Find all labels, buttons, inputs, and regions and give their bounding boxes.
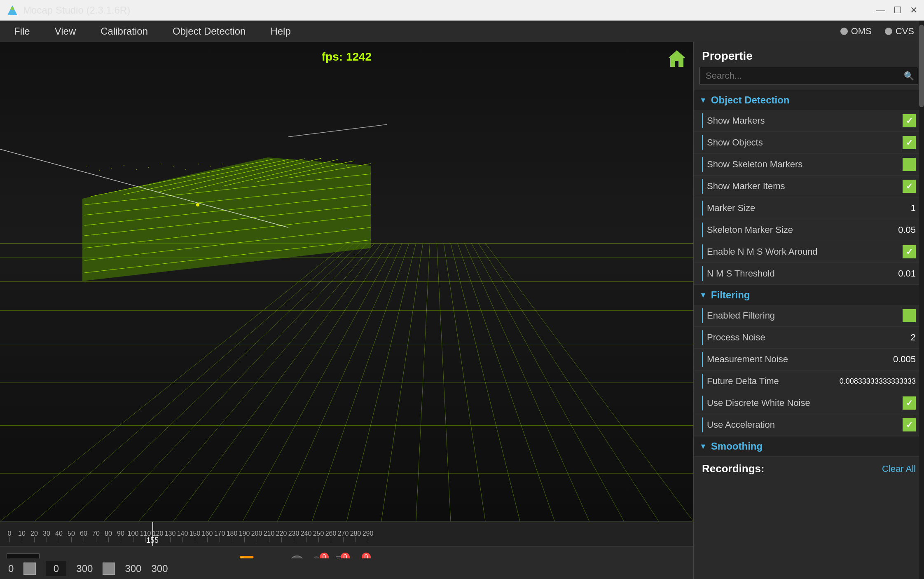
maximize-button[interactable]: ☐	[894, 5, 902, 16]
checkbox-use-acceleration[interactable]: ✓	[903, 418, 916, 431]
timeline-tick: 280	[349, 530, 362, 542]
properties-panel: Propertie 🔍 ▼ Object Detection Show Mark…	[693, 42, 924, 579]
prop-measurement-noise: Measurement Noise 0.005	[694, 349, 924, 370]
cvs-dot	[885, 28, 892, 35]
prop-name-enable-nms: Enable N M S Work Around	[707, 246, 903, 257]
svg-rect-57	[173, 166, 174, 166]
section-smoothing[interactable]: ▼ Smoothing	[694, 436, 924, 456]
svg-rect-52	[111, 168, 112, 169]
timeline-tick: 170	[213, 530, 226, 542]
svg-point-75	[196, 203, 199, 206]
prop-future-delta-time: Future Delta Time 0.00833333333333333	[694, 370, 924, 392]
checkbox-show-markers[interactable]: ✓	[903, 114, 916, 127]
prop-marker-size: Marker Size 1	[694, 197, 924, 219]
menu-object-detection[interactable]: Object Detection	[168, 23, 250, 40]
main-content: fps: 1242	[0, 42, 924, 579]
section-filtering[interactable]: ▼ Filtering	[694, 285, 924, 305]
prop-val-marker-size[interactable]: 1	[883, 203, 916, 213]
smoothing-label: Smoothing	[711, 441, 763, 452]
divider	[702, 113, 703, 128]
prop-name-process-noise: Process Noise	[707, 332, 883, 343]
prop-name-future-delta-time: Future Delta Time	[707, 376, 840, 387]
divider	[702, 374, 703, 389]
checkbox-show-marker-items[interactable]: ✓	[903, 180, 916, 193]
svg-rect-71	[346, 165, 347, 166]
title-bar: Mocap Studio (2.3.1.6R) — ☐ ✕	[0, 0, 924, 21]
menu-view[interactable]: View	[51, 23, 80, 40]
search-input[interactable]	[699, 67, 918, 85]
timeline-tick: 230	[288, 530, 300, 542]
timeline-ruler[interactable]: 0102030405060708090100110120130140150160…	[0, 522, 693, 546]
timeline-tick: 90	[115, 530, 127, 542]
timeline-tick: 290	[362, 530, 374, 542]
svg-rect-50	[87, 166, 87, 166]
divider	[702, 244, 703, 259]
timeline-tick: 50	[65, 530, 77, 542]
menu-calibration[interactable]: Calibration	[96, 23, 152, 40]
svg-point-1	[11, 7, 14, 10]
status-val-4: 300	[125, 563, 141, 574]
bottom-status-bar: 0 0 300 300 300	[0, 558, 693, 579]
svg-rect-62	[235, 166, 236, 166]
section-label: Object Detection	[711, 94, 790, 106]
timeline[interactable]: 0102030405060708090100110120130140150160…	[0, 521, 693, 546]
svg-rect-72	[358, 166, 359, 166]
prop-val-nms-threshold[interactable]: 0.01	[883, 268, 916, 279]
checkbox-show-objects[interactable]: ✓	[903, 136, 916, 149]
prop-show-marker-items: Show Marker Items ✓	[694, 176, 924, 197]
section-arrow-icon: ▼	[699, 96, 707, 105]
checkbox-enable-nms[interactable]: ✓	[903, 245, 916, 258]
svg-rect-56	[161, 164, 161, 164]
scrollbar-thumb[interactable]	[919, 42, 924, 107]
home-icon[interactable]	[667, 49, 687, 68]
scrollbar-track[interactable]	[919, 42, 924, 579]
prop-name-show-markers: Show Markers	[707, 115, 903, 126]
timeline-tick: 20	[28, 530, 40, 542]
prop-val-measurement-noise[interactable]: 0.005	[883, 354, 916, 365]
minimize-button[interactable]: —	[876, 5, 885, 16]
checkbox-use-discrete-white-noise[interactable]: ✓	[903, 396, 916, 410]
section-object-detection[interactable]: ▼ Object Detection	[694, 90, 924, 110]
timeline-tick: 200	[250, 530, 263, 542]
timeline-tick: 70	[90, 530, 102, 542]
timeline-tick: 220	[275, 530, 288, 542]
prop-process-noise: Process Noise 2	[694, 327, 924, 349]
viewport[interactable]: fps: 1242	[0, 42, 693, 579]
prop-val-future-delta-time[interactable]: 0.00833333333333333	[840, 377, 916, 386]
divider	[702, 330, 703, 345]
timeline-tick: 80	[102, 530, 115, 542]
smoothing-arrow-icon: ▼	[699, 442, 707, 451]
divider	[702, 157, 703, 172]
recordings-section: Recordings: Clear All	[694, 456, 924, 484]
status-square-2	[103, 563, 115, 575]
svg-rect-64	[260, 162, 260, 162]
prop-val-skeleton-marker-size[interactable]: 0.05	[883, 225, 916, 235]
timeline-tick: 0	[3, 530, 16, 542]
menu-file[interactable]: File	[10, 23, 34, 40]
prop-name-marker-size: Marker Size	[707, 203, 883, 213]
prop-val-process-noise[interactable]: 2	[883, 332, 916, 343]
divider	[702, 201, 703, 216]
recordings-header: Recordings: Clear All	[702, 462, 916, 475]
oms-indicator: OMS	[840, 26, 872, 37]
status-val-2: 0	[46, 561, 66, 576]
timeline-tick: 100	[127, 530, 139, 542]
oms-label: OMS	[851, 26, 872, 37]
close-button[interactable]: ✕	[910, 5, 917, 16]
tick-container: 0102030405060708090100110120130140150160…	[3, 526, 374, 542]
clear-all-button[interactable]: Clear All	[882, 464, 916, 474]
svg-rect-54	[136, 169, 137, 170]
checkbox-show-skeleton-markers[interactable]	[903, 158, 916, 171]
svg-rect-61	[222, 164, 223, 164]
window-controls: — ☐ ✕	[876, 5, 917, 16]
checkbox-enabled-filtering[interactable]	[903, 309, 916, 322]
app-title: Mocap Studio (2.3.1.6R)	[23, 5, 130, 16]
timeline-tick: 260	[325, 530, 337, 542]
menu-help[interactable]: Help	[266, 23, 295, 40]
timeline-tick: 190	[238, 530, 250, 542]
prop-skeleton-marker-size: Skeleton Marker Size 0.05	[694, 219, 924, 241]
svg-rect-65	[272, 159, 273, 160]
prop-name-show-skeleton-markers: Show Skeleton Markers	[707, 159, 903, 170]
viewport-grid	[0, 42, 693, 521]
timeline-tick: 180	[226, 530, 238, 542]
